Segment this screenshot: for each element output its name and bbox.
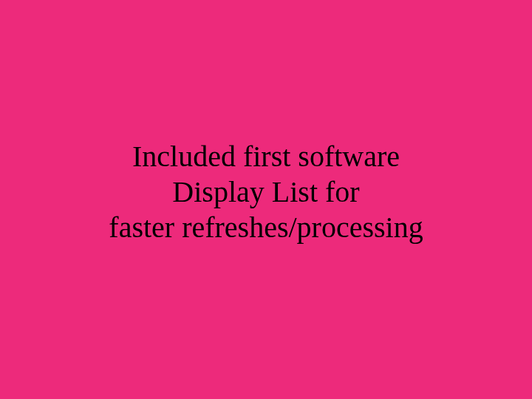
text-line-3: faster refreshes/processing — [109, 210, 423, 245]
text-line-1: Included first software — [109, 139, 423, 174]
slide-text-block: Included first software Display List for… — [109, 139, 423, 245]
text-line-2: Display List for — [109, 174, 423, 210]
